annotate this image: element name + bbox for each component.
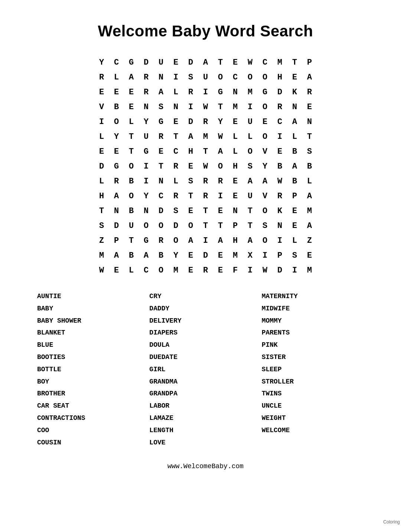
cell-14-8: E [213, 263, 228, 278]
cell-3-9: M [228, 99, 243, 114]
cell-13-9: M [228, 248, 243, 263]
cell-14-14: M [302, 263, 317, 278]
cell-7-4: T [154, 159, 169, 174]
cell-11-10: T [243, 218, 258, 233]
cell-7-3: I [139, 159, 154, 174]
cell-14-10: I [243, 263, 258, 278]
cell-0-1: C [109, 55, 124, 70]
word-item-1-11: LENGTH [149, 425, 261, 436]
word-item-1-10: LAMAZE [149, 413, 261, 424]
cell-0-10: W [243, 55, 258, 70]
cell-6-7: T [198, 144, 213, 159]
cell-3-8: T [213, 99, 228, 114]
cell-2-11: G [258, 85, 273, 99]
cell-3-12: R [273, 99, 287, 114]
word-search-grid-container: YCGDUEDATEWCMTPRLARNISUOCOOHEAEEERALRIGN… [15, 55, 396, 278]
cell-10-2: B [124, 203, 139, 218]
cell-6-3: G [139, 144, 154, 159]
cell-12-6: A [183, 233, 198, 248]
word-item-2-7: STROLLER [262, 376, 374, 387]
cell-2-3: R [139, 85, 154, 99]
cell-9-4: C [154, 189, 169, 203]
cell-14-3: C [139, 263, 154, 278]
cell-5-3: U [139, 129, 154, 144]
cell-8-7: R [198, 174, 213, 189]
cell-10-8: E [213, 203, 228, 218]
cell-10-14: M [302, 203, 317, 218]
cell-1-6: S [183, 70, 198, 85]
cell-13-1: A [109, 248, 124, 263]
cell-13-7: D [198, 248, 213, 263]
word-item-2-3: PARENTS [262, 327, 374, 338]
cell-10-9: N [228, 203, 243, 218]
cell-1-12: H [273, 70, 287, 85]
cell-2-0: E [94, 85, 109, 99]
cell-13-10: X [243, 248, 258, 263]
cell-12-4: R [154, 233, 169, 248]
footer-url: www.WelcomeBaby.com [15, 463, 396, 470]
cell-7-1: G [109, 159, 124, 174]
word-column-1: CRYDADDYDELIVERYDIAPERSDOULADUEDATEGIRLG… [149, 291, 261, 448]
cell-0-0: Y [94, 55, 109, 70]
word-item-2-5: SISTER [262, 352, 374, 363]
cell-8-8: R [213, 174, 228, 189]
cell-7-11: Y [258, 159, 273, 174]
cell-5-4: R [154, 129, 169, 144]
cell-5-0: L [94, 129, 109, 144]
cell-13-11: I [258, 248, 273, 263]
cell-14-7: R [198, 263, 213, 278]
word-item-0-3: BLANKET [37, 327, 149, 338]
cell-4-9: E [228, 114, 243, 129]
cell-1-10: O [243, 70, 258, 85]
cell-10-1: N [109, 203, 124, 218]
coloring-label: Coloring [383, 519, 400, 525]
cell-11-12: N [273, 218, 287, 233]
word-item-0-5: BOOTIES [37, 352, 149, 363]
cell-12-14: Z [302, 233, 317, 248]
cell-2-7: I [198, 85, 213, 99]
cell-6-0: E [94, 144, 109, 159]
cell-2-9: N [228, 85, 243, 99]
cell-11-6: O [183, 218, 198, 233]
cell-12-2: T [124, 233, 139, 248]
cell-7-0: D [94, 159, 109, 174]
cell-2-13: K [287, 85, 302, 99]
cell-8-1: R [109, 174, 124, 189]
cell-3-3: N [139, 99, 154, 114]
cell-2-5: L [169, 85, 183, 99]
cell-4-11: E [258, 114, 273, 129]
cell-4-12: C [273, 114, 287, 129]
cell-5-13: L [287, 129, 302, 144]
cell-5-6: A [183, 129, 198, 144]
cell-1-7: U [198, 70, 213, 85]
cell-6-11: V [258, 144, 273, 159]
cell-12-5: O [169, 233, 183, 248]
word-item-1-2: DELIVERY [149, 316, 261, 326]
word-list-section: AUNTIEBABYBABY SHOWERBLANKETBLUEBOOTIESB… [15, 291, 396, 448]
cell-1-8: O [213, 70, 228, 85]
cell-14-4: O [154, 263, 169, 278]
word-item-1-5: DUEDATE [149, 352, 261, 363]
word-item-0-10: CONTRACTIONS [37, 413, 149, 424]
cell-3-13: N [287, 99, 302, 114]
word-item-1-7: GRANDMA [149, 376, 261, 387]
cell-4-3: Y [139, 114, 154, 129]
cell-5-9: L [228, 129, 243, 144]
cell-4-13: A [287, 114, 302, 129]
cell-13-2: B [124, 248, 139, 263]
cell-8-11: A [258, 174, 273, 189]
cell-7-8: O [213, 159, 228, 174]
cell-8-14: L [302, 174, 317, 189]
cell-4-7: R [198, 114, 213, 129]
cell-14-12: D [273, 263, 287, 278]
cell-9-0: H [94, 189, 109, 203]
cell-1-9: C [228, 70, 243, 85]
cell-12-13: L [287, 233, 302, 248]
word-item-2-4: PINK [262, 340, 374, 350]
cell-4-10: U [243, 114, 258, 129]
cell-12-10: A [243, 233, 258, 248]
cell-3-4: S [154, 99, 169, 114]
cell-6-4: E [154, 144, 169, 159]
cell-5-7: M [198, 129, 213, 144]
cell-0-6: D [183, 55, 198, 70]
